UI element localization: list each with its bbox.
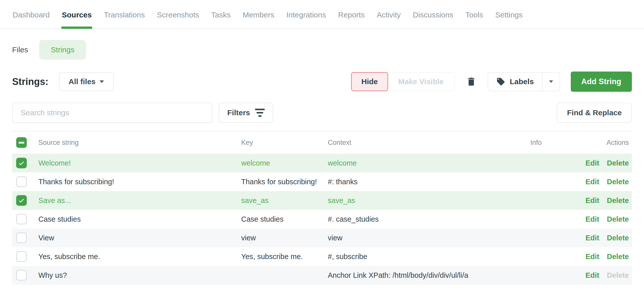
nav-item-dashboard[interactable]: Dashboard: [12, 0, 50, 28]
table-row: Yes, subscribe me. Yes, subscribe me. #,…: [12, 247, 632, 266]
nav-item-screenshots[interactable]: Screenshots: [156, 0, 200, 28]
checkmark-icon: [18, 160, 25, 166]
key-cell: Case studies: [241, 215, 328, 223]
edit-link[interactable]: Edit: [585, 215, 599, 223]
add-string-button[interactable]: Add String: [571, 72, 632, 92]
visibility-button-group: Hide Make Visible: [351, 72, 455, 91]
column-header-context: Context: [328, 139, 530, 147]
nav-item-members[interactable]: Members: [242, 0, 275, 28]
table-row: Why us? Anchor Link XPath: /html/body/di…: [12, 266, 632, 285]
edit-link[interactable]: Edit: [585, 196, 599, 205]
nav-item-activity[interactable]: Activity: [376, 0, 401, 28]
hide-button[interactable]: Hide: [351, 72, 388, 91]
row-checkbox[interactable]: [16, 251, 27, 262]
tab-strings[interactable]: Strings: [39, 40, 86, 60]
row-checkbox[interactable]: [16, 270, 27, 281]
source-string-cell: Welcome!: [38, 159, 241, 167]
key-cell: Thanks for subscribing!: [241, 178, 328, 186]
nav-item-integrations[interactable]: Integrations: [286, 0, 327, 28]
table-row: Case studies Case studies #. case_studie…: [12, 210, 632, 228]
find-replace-button[interactable]: Find & Replace: [557, 103, 632, 123]
labels-button-label: Labels: [510, 77, 534, 86]
row-checkbox[interactable]: [16, 176, 27, 187]
labels-split-button: Labels: [488, 72, 560, 91]
delete-link[interactable]: Delete: [607, 215, 629, 223]
file-filter-label: All files: [69, 77, 96, 86]
filters-button-label: Filters: [227, 108, 250, 117]
row-checkbox[interactable]: [16, 195, 27, 206]
table-header-row: Source string Key Context Info Actions: [12, 131, 632, 154]
checkmark-icon: [18, 197, 25, 204]
file-filter-dropdown[interactable]: All files: [59, 72, 114, 91]
trash-icon: [466, 76, 477, 87]
source-subtabs: Files Strings: [12, 40, 632, 60]
delete-link: Delete: [607, 271, 629, 280]
source-string-cell: View: [38, 234, 241, 242]
source-string-cell: Yes, subscribe me.: [38, 252, 241, 261]
table-row: View view view Edit Delete: [12, 228, 632, 247]
delete-link[interactable]: Delete: [607, 252, 629, 261]
context-cell: #, subscribe: [328, 252, 530, 261]
context-cell: welcome: [328, 159, 530, 167]
context-cell: Anchor Link XPath: /html/body/div/div/ul…: [328, 271, 530, 280]
key-cell: view: [241, 234, 328, 242]
edit-link[interactable]: Edit: [585, 234, 599, 242]
row-checkbox[interactable]: [16, 214, 27, 224]
row-checkbox[interactable]: [16, 233, 27, 243]
key-cell: welcome: [241, 159, 328, 167]
search-row: Filters Find & Replace: [12, 103, 632, 123]
filter-icon: [255, 109, 265, 117]
make-visible-button[interactable]: Make Visible: [388, 73, 454, 91]
delete-link[interactable]: Delete: [607, 159, 629, 167]
delete-link[interactable]: Delete: [607, 234, 629, 242]
delete-link[interactable]: Delete: [607, 178, 629, 186]
edit-link[interactable]: Edit: [585, 271, 599, 280]
tab-files[interactable]: Files: [12, 45, 28, 54]
nav-item-discussions[interactable]: Discussions: [412, 0, 454, 28]
source-string-cell: Save as...: [38, 196, 241, 205]
strings-toolbar: Strings: All files Hide Make Visible Lab…: [12, 72, 632, 91]
key-cell: Yes, subscribe me.: [241, 252, 328, 261]
project-nav: Dashboard Sources Translations Screensho…: [0, 0, 644, 29]
nav-item-tools[interactable]: Tools: [465, 0, 484, 28]
tag-icon: [496, 77, 505, 86]
nav-item-tasks[interactable]: Tasks: [211, 0, 231, 28]
table-row: Thanks for subscribing! Thanks for subsc…: [12, 172, 632, 191]
nav-item-reports[interactable]: Reports: [338, 0, 365, 28]
page-title: Strings:: [12, 76, 48, 87]
strings-table: Source string Key Context Info Actions W…: [12, 131, 632, 285]
context-cell: save_as: [328, 196, 530, 205]
caret-down-icon: [549, 80, 553, 83]
column-header-actions: Actions: [568, 139, 632, 147]
source-string-cell: Case studies: [38, 215, 241, 223]
key-cell: save_as: [241, 196, 328, 205]
row-checkbox[interactable]: [16, 158, 27, 168]
edit-link[interactable]: Edit: [585, 178, 599, 186]
filters-button[interactable]: Filters: [219, 103, 273, 123]
nav-item-translations[interactable]: Translations: [103, 0, 145, 28]
table-row: Save as... save_as save_as Edit Delete: [12, 191, 632, 210]
source-string-cell: Thanks for subscribing!: [38, 178, 241, 186]
nav-item-sources[interactable]: Sources: [61, 0, 92, 29]
context-cell: #. case_studies: [328, 215, 530, 223]
context-cell: view: [328, 234, 530, 242]
column-header-source: Source string: [38, 139, 241, 147]
column-header-info: Info: [530, 139, 568, 147]
edit-link[interactable]: Edit: [585, 159, 599, 167]
select-all-checkbox[interactable]: [16, 137, 27, 148]
labels-button[interactable]: Labels: [488, 73, 542, 91]
nav-item-settings[interactable]: Settings: [495, 0, 523, 28]
delete-link[interactable]: Delete: [607, 196, 629, 205]
indeterminate-minus-icon: [19, 142, 24, 144]
delete-selected-button[interactable]: [466, 76, 477, 87]
column-header-key: Key: [241, 139, 328, 147]
context-cell: #: thanks: [328, 178, 530, 186]
labels-dropdown-toggle[interactable]: [542, 73, 560, 91]
search-input[interactable]: [12, 103, 212, 123]
table-row: Welcome! welcome welcome Edit Delete: [12, 154, 632, 172]
caret-down-icon: [100, 80, 104, 83]
source-string-cell: Why us?: [38, 271, 241, 280]
edit-link[interactable]: Edit: [585, 252, 599, 261]
